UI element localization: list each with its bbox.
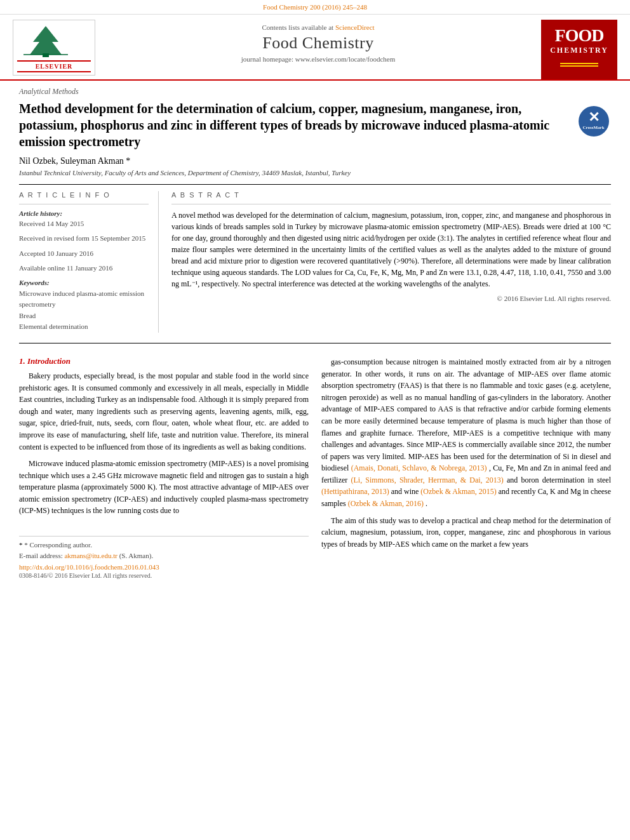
doi-top-line: Food Chemistry 200 (2016) 245–248 [0, 0, 630, 15]
keyword-3: Elemental determination [19, 321, 149, 333]
article-title: Method development for the determination… [19, 100, 611, 150]
food-logo-food: FOOD [555, 27, 604, 44]
copyright-footer: 0308-8146/© 2016 Elsevier Ltd. All right… [19, 572, 309, 579]
elsevier-tree-icon [17, 23, 74, 58]
article-info-panel: A R T I C L E I N F O Article history: R… [19, 191, 159, 333]
body-col-left: 1. Introduction Bakery products, especia… [19, 356, 309, 579]
revised-date: Received in revised form 15 September 20… [19, 234, 149, 243]
history-label: Article history: [19, 210, 149, 217]
abstract-heading: A B S T R A C T [171, 191, 611, 199]
cite-link-1[interactable]: (Amais, Donati, Schlavo, & Nobrega, 2013… [351, 463, 487, 472]
body-columns: 1. Introduction Bakery products, especia… [19, 356, 611, 579]
page: Food Chemistry 200 (2016) 245–248 ELSEVI… [0, 0, 630, 840]
food-logo-subtext [560, 58, 598, 72]
body-para-right-1: gas-consumption because nitrogen is main… [321, 356, 611, 510]
keyword-1: Microwave induced plasma-atomic emission… [19, 288, 149, 310]
divider-thick-1 [19, 184, 611, 185]
doi-footer[interactable]: http://dx.doi.org/10.1016/j.foodchem.201… [19, 563, 309, 571]
footnote-area: * * Corresponding author. E-mail address… [19, 536, 309, 579]
section-label: Analytical Methods [19, 87, 611, 97]
journal-homepage: journal homepage: www.elsevier.com/locat… [102, 55, 535, 63]
body-col-right: gas-consumption because nitrogen is main… [321, 356, 611, 579]
body-col-right-text: gas-consumption because nitrogen is main… [321, 356, 611, 550]
sciencedirect-link[interactable]: ScienceDirect [335, 23, 375, 31]
crossmark-icon: ✕ [588, 110, 600, 124]
keyword-2: Bread [19, 310, 149, 322]
elsevier-label: ELSEVIER [17, 60, 91, 72]
doi-top-text: Food Chemistry 200 (2016) 245–248 [263, 3, 367, 11]
body-para-right-2: The aim of this study was to develop a p… [321, 515, 611, 550]
elsevier-box: ELSEVIER [13, 20, 95, 76]
body-para-1: Bakery products, especially bread, is th… [19, 370, 309, 453]
abstract-panel: A B S T R A C T A novel method was devel… [171, 191, 611, 333]
crossmark-badge[interactable]: ✕ CrossMark [576, 103, 611, 138]
journal-main-title: Food Chemistry [102, 34, 535, 53]
abstract-text: A novel method was developed for the det… [171, 210, 611, 290]
svg-rect-3 [560, 63, 598, 64]
food-chemistry-logo: FOOD CHEMISTRY [541, 20, 617, 79]
abstract-copyright: © 2016 Elsevier Ltd. All rights reserved… [171, 295, 611, 302]
divider-abstract-1 [171, 204, 611, 204]
keywords-list: Microwave induced plasma-atomic emission… [19, 288, 149, 333]
svg-rect-4 [560, 65, 598, 67]
email-link[interactable]: akmans@itu.edu.tr [64, 552, 117, 559]
available-date: Available online 11 January 2016 [19, 263, 149, 273]
footnote-corresponding: * * Corresponding author. [19, 540, 309, 550]
authors-line: Nil Ozbek, Suleyman Akman * [19, 156, 611, 166]
crossmark-circle: ✕ CrossMark [579, 106, 609, 137]
content-area: Analytical Methods Method development fo… [0, 81, 630, 592]
footnote-email: E-mail address: akmans@itu.edu.tr (S. Ak… [19, 550, 309, 561]
journal-title-area: Contents lists available at ScienceDirec… [95, 20, 541, 79]
svg-marker-0 [30, 26, 62, 55]
journal-header: ELSEVIER Contents lists available at Sci… [0, 15, 630, 81]
cite-link-3[interactable]: (Hettipathirana, 2013) [321, 487, 389, 496]
body-para-2: Microwave induced plasma-atomic emission… [19, 458, 309, 517]
received-date: Received 14 May 2015 [19, 219, 149, 229]
cite-link-5[interactable]: (Ozbek & Akman, 2016) [348, 499, 424, 508]
section-1-title: 1. Introduction [19, 356, 309, 366]
accepted-date: Accepted 10 January 2016 [19, 249, 149, 258]
affiliation-line: Istanbul Technical University, Faculty o… [19, 169, 611, 177]
body-col-left-text: Bakery products, especially bread, is th… [19, 370, 309, 517]
keywords-label: Keywords: [19, 279, 149, 286]
info-abstract-section: A R T I C L E I N F O Article history: R… [19, 191, 611, 333]
article-info-heading: A R T I C L E I N F O [19, 191, 149, 199]
divider-info-1 [19, 204, 149, 204]
sciencedirect-line: Contents lists available at ScienceDirec… [102, 23, 535, 31]
cite-link-2[interactable]: (Li, Simmons, Shrader, Herrman, & Dai, 2… [351, 476, 504, 484]
food-logo-chemistry: CHEMISTRY [550, 46, 608, 55]
crossmark-label: CrossMark [582, 125, 604, 131]
divider-thick-2 [19, 343, 611, 343]
elsevier-logo-area: ELSEVIER [13, 20, 95, 79]
svg-rect-1 [43, 53, 49, 57]
cite-link-4[interactable]: (Ozbek & Akman, 2015) [420, 487, 496, 496]
